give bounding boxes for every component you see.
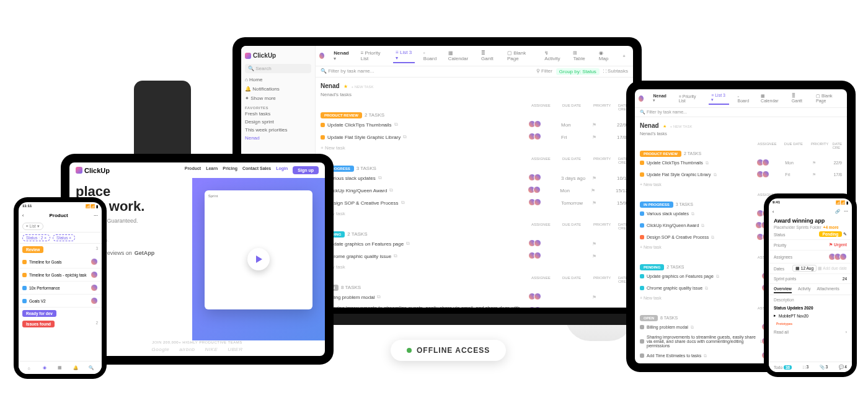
sprint-value[interactable]: 24 — [843, 277, 847, 281]
assignee-cell[interactable] — [530, 252, 561, 260]
new-task-link[interactable]: + New task — [321, 262, 628, 275]
task-row[interactable]: Update Flat Style Graphic Library ⧉ Fri … — [640, 169, 842, 180]
filter-chip[interactable]: Status : 2 × — [22, 234, 50, 241]
tab-calendar[interactable]: ▦ Calendar — [758, 92, 783, 104]
tab-list[interactable]: ≡ List 3 ▾ — [393, 48, 415, 63]
assignee-cell[interactable] — [758, 171, 785, 179]
brand-logo[interactable]: ClickUp — [245, 50, 311, 61]
tab-blank-page[interactable]: ▢ Blank Page — [813, 92, 842, 104]
login-link[interactable]: Login — [276, 166, 288, 174]
search-input[interactable]: 🔍 Search — [245, 64, 311, 73]
assignee-cell[interactable] — [530, 306, 561, 308]
attachment-count[interactable]: 📎 3 — [820, 365, 828, 370]
due-date-cell[interactable]: Mon — [560, 188, 591, 193]
assignee-cell[interactable] — [530, 293, 561, 301]
new-task-link[interactable]: + New task — [321, 143, 628, 156]
task-row[interactable]: Goals V2 — [19, 295, 102, 308]
assignee-cell[interactable] — [530, 198, 561, 207]
due-date-cell[interactable]: Tomorrow — [561, 200, 592, 206]
nav-apps-icon[interactable]: ▦ — [56, 364, 64, 371]
nav-notifications-icon[interactable]: 🔔 — [72, 364, 79, 371]
group-by-button[interactable]: Group by: Status — [556, 68, 600, 75]
tab-activity[interactable]: ↯ Activity — [542, 49, 564, 63]
task-row[interactable]: 10x Performance — [19, 282, 102, 295]
status-value[interactable]: Pending — [819, 231, 843, 237]
nav-home[interactable]: ⌂ Home — [245, 76, 311, 84]
fav-item[interactable]: Fresh tasks — [245, 110, 311, 118]
status-group[interactable]: PRODUCT REVIEW — [321, 112, 362, 118]
nav-pricing[interactable]: Pricing — [223, 166, 237, 174]
star-icon[interactable]: ★ — [343, 84, 348, 89]
status-group[interactable]: PRODUCT REVIEW — [640, 151, 681, 157]
more-icon[interactable]: ⋯ — [844, 209, 848, 214]
tab-map[interactable]: ◉ Map — [596, 49, 614, 63]
list-item[interactable]: ▸MobilePT Nov20 — [769, 311, 852, 320]
add-view-button[interactable]: + — [620, 52, 628, 60]
tab-table[interactable]: ⊞ Table — [570, 49, 590, 63]
task-row[interactable]: Timeline for Goals — [19, 255, 102, 269]
subtask-count[interactable]: ⸬ 3 — [803, 365, 808, 370]
tab-overview[interactable]: Overview — [774, 285, 792, 293]
space-title[interactable]: Nenad — [321, 82, 340, 89]
fav-item[interactable]: This week priorities — [245, 126, 311, 134]
task-row[interactable]: Update ClickTips Thumbnails ⧉ Mon ⚑ 22/9 — [640, 157, 842, 169]
nav-search-icon[interactable]: 🔍 — [87, 364, 95, 371]
assignee-cell[interactable] — [529, 186, 560, 195]
todo-count[interactable]: Todo 36 — [774, 365, 792, 370]
assignee-cell[interactable] — [530, 120, 561, 129]
chevron-right-icon[interactable]: › — [846, 330, 847, 334]
due-date-cell[interactable]: Fri — [785, 172, 812, 177]
comment-count[interactable]: 💬 4 — [839, 365, 847, 370]
task-row[interactable]: Update graphics on Features page ⧉ ⚑ — [321, 238, 628, 250]
due-date-cell[interactable]: Fri — [561, 135, 592, 140]
tab-blank-page[interactable]: ▢ Blank Page — [505, 49, 536, 63]
assignee-cell[interactable] — [530, 174, 561, 182]
back-icon[interactable]: ‹ — [773, 210, 774, 214]
avatar[interactable] — [91, 297, 98, 304]
start-date[interactable]: ▦ 12 Aug — [792, 265, 817, 272]
play-button[interactable] — [247, 248, 270, 270]
breadcrumb-more[interactable]: +4 more — [823, 225, 839, 229]
back-icon[interactable]: ‹ — [22, 213, 24, 218]
signup-button[interactable]: Sign up — [293, 166, 319, 174]
link-icon[interactable]: 🔗 — [835, 209, 840, 214]
task-row[interactable]: Timeline for Goals - epicbig task — [19, 269, 102, 282]
priority-cell[interactable]: ⚑ — [592, 254, 617, 259]
avatar[interactable] — [319, 52, 325, 60]
tab-activity[interactable]: Activity — [798, 285, 811, 293]
status-group[interactable]: OPEN — [640, 315, 658, 321]
priority-cell[interactable]: ⚑ — [591, 188, 616, 193]
space-title[interactable]: Nenad — [640, 122, 659, 129]
task-row[interactable]: Design SOP & Creative Process ⧉ Tomorrow… — [321, 197, 628, 209]
tab-board[interactable]: ▫ Board — [735, 93, 753, 104]
task-row[interactable]: Sharing improvements to streamline guest… — [321, 303, 628, 308]
fav-item[interactable]: Design sprint — [245, 118, 311, 126]
new-task-link[interactable]: + New task — [321, 209, 628, 221]
user-selector[interactable]: Nenad ▾ — [331, 49, 352, 63]
tab-attachments[interactable]: Attachments — [817, 285, 839, 293]
assignee-cell[interactable] — [758, 159, 785, 167]
subtasks-button[interactable]: ⸬ Subtasks — [603, 68, 628, 75]
nav-add-icon[interactable]: ◉ — [41, 364, 48, 371]
priority-cell[interactable]: ⚑ — [592, 295, 617, 300]
nav-notifications[interactable]: 🔔 Notifications — [245, 85, 311, 93]
due-date-cell[interactable]: 3 days ago — [561, 175, 592, 181]
tab-gantt[interactable]: ≣ Gantt — [789, 92, 807, 104]
priority-cell[interactable]: ⚑ — [592, 200, 617, 206]
nav-contact[interactable]: Contact Sales — [242, 166, 271, 174]
new-task-button[interactable]: + NEW TASK — [352, 85, 374, 89]
read-all-button[interactable]: Read all — [774, 330, 789, 334]
filter-chip[interactable]: Status × — [53, 234, 75, 241]
status-group[interactable]: PENDING — [640, 264, 664, 270]
tab-calendar[interactable]: ▦ Calendar — [446, 49, 472, 63]
task-row[interactable]: Update Flat Style Graphic Library ⧉ Fri … — [321, 131, 628, 143]
avatar[interactable] — [91, 271, 98, 278]
tab-priority-list[interactable]: ≡ Priority List — [358, 49, 387, 63]
breadcrumb[interactable]: Placeholder Sprints Folder — [774, 225, 822, 229]
priority-cell[interactable]: ⚑ — [592, 241, 617, 247]
user-selector[interactable]: Nenad ▾ — [650, 92, 670, 104]
nav-product[interactable]: Product — [185, 166, 201, 174]
avatar[interactable] — [91, 258, 98, 265]
priority-value[interactable]: ⚑ Urgent — [829, 242, 847, 247]
add-due-date[interactable]: ▦ Add due date — [818, 266, 847, 270]
